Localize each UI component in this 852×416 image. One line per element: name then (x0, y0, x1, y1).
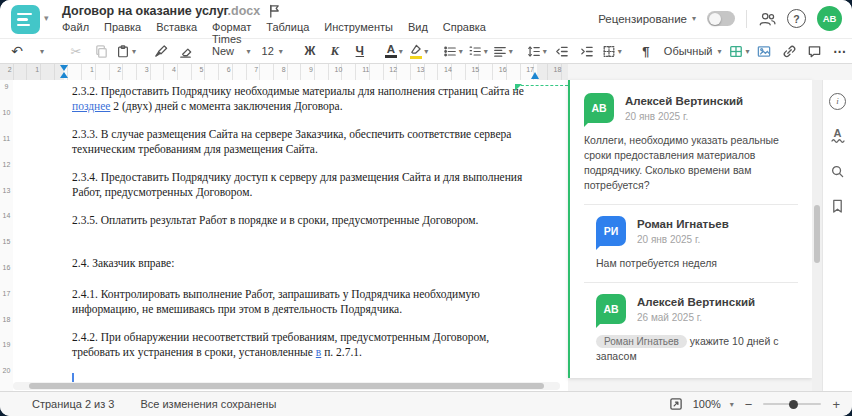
comment-text: Роман Игнатьев укажите 10 дней с запасом (596, 334, 798, 364)
mention-badge[interactable]: Роман Игнатьев (596, 335, 687, 348)
comment-avatar: АВ (596, 294, 626, 324)
app-logo[interactable] (11, 5, 40, 34)
highlight-color-button[interactable]: ▾ (408, 41, 430, 61)
comment-reply[interactable]: АВ Алексей Вертинский 26 май 2025 г. Ром… (596, 294, 798, 364)
review-toggle[interactable] (707, 11, 735, 26)
zoom-out-button[interactable]: − (743, 397, 755, 412)
clear-style-button[interactable] (174, 41, 196, 61)
paste-caret: ▾ (132, 47, 136, 56)
menu-item[interactable]: Инструменты (324, 21, 393, 33)
align-button[interactable]: ▾ (492, 41, 514, 61)
menu-item[interactable]: Правка (104, 21, 141, 33)
italic-button[interactable]: К (324, 41, 346, 61)
logo-caret-icon[interactable]: ▾ (44, 13, 49, 23)
bold-button[interactable]: Ж (299, 41, 321, 61)
horizontal-scrollbar-track (13, 382, 560, 390)
divider (584, 282, 798, 283)
ruler-number: 20 (0, 358, 13, 384)
menu-item[interactable]: Формат (212, 21, 251, 33)
page-indicator[interactable]: Страница 2 из 3 (32, 398, 114, 410)
paragraph[interactable]: 2.4.2. При обнаружении несоответствий тр… (72, 330, 533, 360)
help-icon[interactable]: ? (787, 9, 806, 28)
menu-item[interactable]: Файл (62, 21, 89, 33)
info-icon[interactable]: i (829, 92, 847, 110)
shading-borders-button[interactable]: ▾ (601, 41, 623, 61)
undo-caret[interactable]: ▾ (31, 41, 53, 61)
vertical-ruler[interactable]: 91011121314151617181920 (0, 80, 14, 391)
insert-table-button[interactable]: ▾ (728, 41, 750, 61)
zoom-in-button[interactable]: + (830, 397, 842, 412)
divider (746, 10, 747, 28)
ruler-number: 17 (0, 280, 13, 306)
spellcheck-icon[interactable]: А (829, 127, 847, 145)
user-avatar[interactable]: АВ (817, 6, 842, 31)
flag-icon[interactable] (268, 4, 281, 18)
font-size-select[interactable]: 12▾ (258, 41, 287, 61)
ruler-number: 10 (0, 100, 13, 126)
toolbar: ↶ ▾ ✂ ▾ Times New ...▾ 12▾ Ж К Ч А (0, 38, 852, 64)
show-paragraph-marks-button[interactable]: ¶ (635, 41, 657, 61)
vertical-scrollbar[interactable] (814, 205, 820, 263)
more-tools-button[interactable]: ⋯ (828, 41, 850, 61)
collaboration-users-icon[interactable] (758, 10, 776, 28)
paragraph[interactable]: 2.3.3. В случае размещения Сайта на серв… (72, 127, 533, 157)
menu-item[interactable]: Вставка (156, 21, 197, 33)
menu-item[interactable]: Справка (443, 21, 486, 33)
comment-avatar: АВ (584, 93, 614, 123)
increase-indent-button[interactable] (576, 41, 598, 61)
insert-image-button[interactable] (753, 41, 775, 61)
comment-thread[interactable]: АВ Алексей Вертинский 20 янв 2025 г. Кол… (568, 80, 812, 378)
format-painter-button[interactable] (149, 41, 171, 61)
menu-item[interactable]: Таблица (266, 21, 309, 33)
header: ▾ Договор на оказание услуг.docx ФайлПра… (0, 0, 852, 38)
paragraph[interactable]: 2.4.1. Контролировать выполнение Работ, … (72, 287, 533, 317)
font-color-button[interactable]: А ▾ (383, 41, 405, 61)
paragraph[interactable]: 2.3.2. Предоставить Подрядчику необходим… (72, 84, 533, 114)
indent-marker[interactable] (60, 65, 69, 78)
right-indent-marker[interactable] (531, 72, 539, 79)
ruler-number: 15 (0, 229, 13, 255)
ruler-number: 5 (188, 66, 215, 73)
zoom-slider[interactable] (763, 403, 821, 405)
search-icon[interactable] (829, 162, 847, 180)
horizontal-scrollbar[interactable] (29, 383, 544, 389)
ruler-number: 9 (297, 66, 324, 73)
paragraph[interactable]: 2.4. Заказчик вправе: (72, 256, 533, 271)
ruler-number: 11 (352, 66, 379, 73)
decrease-indent-button[interactable] (551, 41, 573, 61)
paragraph[interactable]: 2.3.4. Предоставить Подрядчику доступ к … (72, 170, 533, 200)
numbered-list-button[interactable]: ▾ (467, 41, 489, 61)
insert-comment-button[interactable] (803, 41, 825, 61)
paragraph[interactable]: 2.3.5. Оплатить результат Работ в порядк… (72, 213, 533, 228)
fit-to-width-button[interactable] (668, 396, 684, 412)
bullet-list-button[interactable]: ▾ (442, 41, 464, 61)
status-bar: Страница 2 из 3 Все изменения сохранены … (0, 391, 852, 416)
font-name-select[interactable]: Times New ...▾ (208, 41, 255, 61)
document-area: 91011121314151617181920 2.3.2. Предостав… (0, 80, 852, 391)
paste-button[interactable]: ▾ (115, 41, 137, 61)
underline-button[interactable]: Ч (349, 41, 371, 61)
header-right: Рецензирование ▾ ? АВ (598, 6, 842, 31)
undo-button[interactable]: ↶ (6, 41, 28, 61)
comment-reply[interactable]: РИ Роман Игнатьев 20 янв 2025 г. Нам пот… (596, 216, 798, 271)
document-page[interactable]: 2.3.2. Предоставить Подрядчику необходим… (13, 80, 568, 391)
zoom-caret-icon[interactable]: ▾ (730, 400, 734, 409)
comment-author: Алексей Вертинский (637, 294, 755, 308)
cut-button[interactable]: ✂ (65, 41, 87, 61)
bookmark-icon[interactable] (829, 197, 847, 215)
zoom-value[interactable]: 100% (693, 398, 721, 410)
horizontal-ruler[interactable]: 21123456789101112131415161718 (0, 64, 568, 81)
insert-link-button[interactable] (778, 41, 800, 61)
zoom-slider-handle[interactable] (789, 400, 798, 409)
copy-button[interactable] (90, 41, 112, 61)
ruler-number: 14 (0, 203, 13, 229)
document-text[interactable]: 2.3.2. Предоставить Подрядчику необходим… (72, 84, 533, 387)
menu-item[interactable]: Вид (408, 21, 428, 33)
line-spacing-button[interactable]: ▾ (526, 41, 548, 61)
ruler-number: 13 (0, 177, 13, 203)
paragraph-style-select[interactable]: Обычный▾ (660, 41, 726, 61)
ruler-number: 1 (23, 66, 50, 73)
ruler-number: 14 (434, 66, 461, 73)
review-mode-dropdown[interactable]: Рецензирование ▾ (598, 13, 696, 25)
ruler-number: 8 (270, 66, 297, 73)
